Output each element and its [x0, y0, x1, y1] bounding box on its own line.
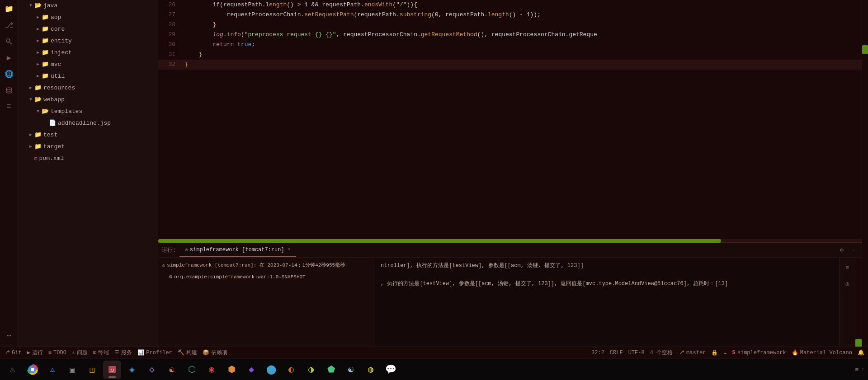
tree-item-entity[interactable]: ▶ 📁 entity: [18, 35, 158, 47]
taskbar-app16[interactable]: ⬟: [322, 361, 340, 379]
tree-item-templates[interactable]: ▼ 📂 templates: [18, 106, 158, 117]
status-lock[interactable]: 🔒: [711, 349, 718, 356]
taskbar-app18[interactable]: ◍: [362, 361, 380, 379]
run-tab-close[interactable]: ×: [288, 247, 291, 252]
tree-item-java[interactable]: ▼ 📂 java: [18, 0, 158, 12]
status-bar: ⎇ Git ▶ 运行 ≡ TODO ⚠ 问题 ⊡ 终端 ☰ 服务 📊 Profi…: [0, 347, 868, 358]
search-sidebar-icon[interactable]: [2, 34, 16, 49]
tree-item-aop[interactable]: ▶ 📁 aop: [18, 12, 158, 23]
tree-item-inject[interactable]: ▶ 📁 inject: [18, 47, 158, 59]
status-project-name[interactable]: S simpleframework: [732, 350, 786, 356]
editor-hscrollbar[interactable]: [158, 239, 862, 243]
status-problems-btn[interactable]: ⚠ 问题: [72, 349, 88, 357]
status-terminal-icon: ⊡: [93, 349, 96, 356]
run-output-line-1: ntroller], 执行的方法是[testView], 参数是[[acm, 汤…: [381, 261, 834, 270]
editor-hscrollbar-thumb[interactable]: [158, 239, 721, 243]
taskbar-app12[interactable]: ◆: [242, 361, 260, 379]
taskbar-app13[interactable]: ⬤: [262, 361, 280, 379]
tree-label-core: core: [51, 24, 65, 34]
line-code-29: log.info("preprocess request {} {}", req…: [181, 30, 862, 40]
status-line-ending[interactable]: CRLF: [610, 350, 623, 356]
web-sidebar-icon[interactable]: 🌐: [2, 67, 16, 81]
status-notification[interactable]: 🔔: [858, 349, 864, 356]
run-tab-run-icon: ⊙: [185, 247, 188, 253]
svg-point-0: [6, 39, 10, 42]
taskbar-edge[interactable]: ⟁: [43, 361, 61, 379]
status-services-btn[interactable]: ☰ 服务: [114, 349, 132, 357]
taskbar-app7[interactable]: ◇: [143, 361, 161, 379]
status-deps-icon: 📦: [203, 349, 209, 356]
tree-label-entity: entity: [51, 36, 72, 46]
tree-item-webapp[interactable]: ▼ 📂 webapp: [18, 94, 158, 106]
status-terminal-btn[interactable]: ⊡ 终端: [93, 349, 109, 357]
status-deps-btn[interactable]: 📦 依赖项: [203, 349, 227, 357]
code-line-30: 30 return true;: [158, 40, 862, 50]
status-position[interactable]: 32:2: [591, 350, 604, 356]
taskbar-app9[interactable]: ⬡: [183, 361, 201, 379]
taskbar-steam[interactable]: ♨: [4, 361, 22, 379]
run-sidebar-icon[interactable]: ▶: [2, 51, 16, 65]
status-cloud[interactable]: ☁: [723, 349, 726, 356]
folder-icon-entity: 📁: [42, 36, 49, 46]
taskbar-app8[interactable]: ☯: [163, 361, 181, 379]
status-vcs-branch-icon: ⎇: [678, 349, 684, 356]
editor-vscrollbar-thumb[interactable]: [862, 45, 868, 54]
more-sidebar-icon[interactable]: ⋯: [2, 328, 16, 343]
status-build-btn[interactable]: 🔨 构建: [178, 349, 197, 357]
line-num-26: 26: [158, 0, 181, 10]
taskbar-chrome[interactable]: [24, 361, 42, 379]
database-sidebar-icon[interactable]: [2, 83, 16, 98]
tree-item-test[interactable]: ▶ 📁 test: [18, 129, 158, 141]
status-git-icon[interactable]: ⎇ Git: [4, 349, 22, 356]
taskbar-intellij[interactable]: IJ: [103, 361, 121, 379]
status-todo-btn[interactable]: ≡ TODO: [48, 350, 66, 356]
taskbar-app10[interactable]: ◉: [203, 361, 221, 379]
taskbar-tray-area: ⊞ ↑: [855, 366, 864, 372]
tree-item-core[interactable]: ▶ 📁 core: [18, 23, 158, 35]
right-icon-1[interactable]: ≡: [841, 261, 854, 274]
status-run-btn[interactable]: ▶ 运行: [27, 349, 43, 357]
tree-item-target[interactable]: ▶ 📁 target: [18, 141, 158, 153]
editor-vscrollbar[interactable]: [862, 0, 868, 347]
status-cloud-icon: ☁: [723, 349, 726, 356]
taskbar-app14[interactable]: ◐: [282, 361, 300, 379]
tree-item-pom[interactable]: m pom.xml: [18, 153, 158, 164]
status-theme[interactable]: 🔥 Material Volcano: [792, 349, 852, 356]
run-controls: ⚙ —: [837, 246, 858, 255]
tree-item-mvc[interactable]: ▶ 📁 mvc: [18, 59, 158, 70]
run-tree-item-child[interactable]: ⚙ org.example:simpleframework:war:1.0-SN…: [158, 271, 375, 283]
run-settings-btn[interactable]: ⚙: [837, 246, 846, 255]
app-container: 📁 ⎇ ▶ 🌐 ≡ ⋯ ▼ 📂 java ▶ 📁: [0, 0, 868, 380]
tree-item-resources[interactable]: ▶ 📁 resources: [18, 82, 158, 94]
right-scroll[interactable]: [855, 258, 862, 347]
taskbar-terminal[interactable]: ▣: [63, 361, 81, 379]
status-problems-icon: ⚠: [72, 349, 75, 356]
project-icon[interactable]: 📁: [2, 2, 16, 16]
taskbar-app17[interactable]: ☯: [342, 361, 360, 379]
status-indent[interactable]: 4 个空格: [650, 349, 673, 357]
line-code-30: return true;: [181, 40, 862, 50]
line-code-31: }: [181, 50, 862, 60]
taskbar-taskman[interactable]: ◫: [83, 361, 101, 379]
code-table: 26 if(requestPath.length() > 1 && reques…: [158, 0, 862, 70]
code-content[interactable]: 26 if(requestPath.length() > 1 && reques…: [158, 0, 862, 239]
code-line-31: 31 }: [158, 50, 862, 60]
tree-item-addheadline[interactable]: 📄 addheadline.jsp: [18, 117, 158, 129]
tree-item-util[interactable]: ▶ 📁 util: [18, 70, 158, 82]
taskbar-app11[interactable]: ⬢: [222, 361, 241, 379]
status-vcs[interactable]: ⎇ master: [678, 349, 706, 356]
taskbar-wechat[interactable]: 💬: [382, 361, 400, 379]
run-minimize-btn[interactable]: —: [849, 246, 858, 255]
taskbar-vscode[interactable]: ◈: [123, 361, 141, 379]
right-icon-2[interactable]: ◎: [841, 277, 854, 290]
git-sidebar-icon[interactable]: ⎇: [2, 18, 16, 33]
line-num-29: 29: [158, 30, 181, 40]
status-encoding[interactable]: UTF-8: [628, 350, 645, 356]
status-profiler-btn[interactable]: 📊 Profiler: [137, 349, 172, 356]
run-tree-item-main[interactable]: ⚠ simpleframework [tomcat7:run]: 在 2023-…: [158, 259, 375, 271]
tree-label-java: java: [43, 1, 57, 11]
taskbar-app15[interactable]: ◑: [302, 361, 320, 379]
structure-sidebar-icon[interactable]: ≡: [2, 99, 16, 114]
run-tab-main[interactable]: ⊙ simpleframework [tomcat7:run] ×: [179, 243, 296, 257]
right-scroll-thumb[interactable]: [855, 339, 862, 347]
